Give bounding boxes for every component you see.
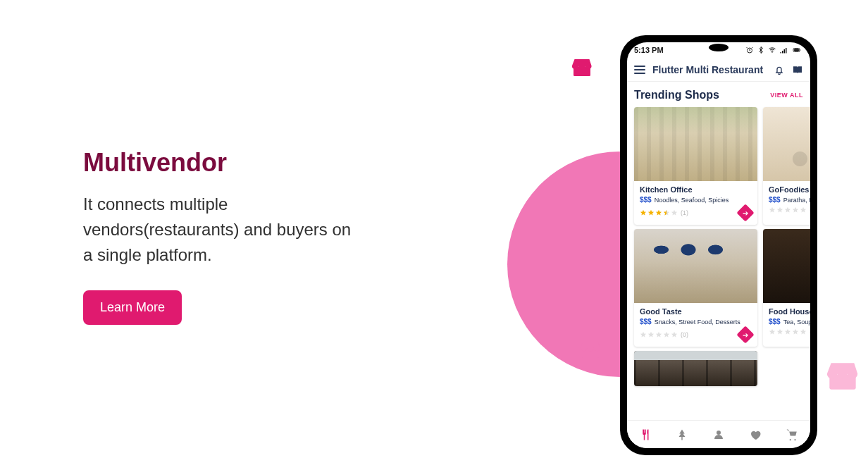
price-tier: $$$ — [769, 318, 781, 326]
learn-more-button[interactable]: Learn More — [83, 290, 182, 325]
section-title: Trending Shops — [634, 89, 719, 101]
shop-name: Food House — [769, 307, 810, 316]
review-count: (0) — [810, 206, 810, 214]
price-tier: $$$ — [769, 196, 781, 204]
shop-card[interactable]: Food House $$$ Tea, Soup, Salad (0) — [763, 229, 810, 347]
nav-restaurants-icon[interactable] — [639, 428, 652, 441]
menu-book-icon[interactable] — [792, 64, 803, 75]
camera-notch — [709, 44, 728, 51]
shop-image — [763, 107, 810, 181]
nav-categories-icon[interactable] — [676, 428, 688, 441]
shop-categories: Tea, Soup, Salad — [783, 319, 810, 326]
shop-image — [763, 229, 810, 303]
price-tier: $$$ — [640, 196, 652, 204]
shop-name: Good Taste — [640, 307, 752, 316]
directions-icon[interactable]: ➔ — [736, 326, 754, 343]
shop-name: GoFoodies — [769, 185, 810, 194]
review-count: (0) — [810, 328, 810, 335]
shop-card[interactable] — [634, 351, 757, 386]
bottom-nav — [627, 420, 810, 448]
status-time: 5:13 PM — [634, 46, 664, 54]
app-title: Flutter Multi Restaurant — [652, 64, 767, 75]
shop-categories: Snacks, Street Food, Desserts — [655, 319, 740, 326]
review-count: (1) — [681, 209, 688, 216]
shop-categories: Noodles, Seafood, Spicies — [655, 197, 729, 204]
shop-categories: Paratha, Healthy Drink, Soft-Dr — [783, 197, 810, 204]
rating-stars: (0) — [769, 206, 810, 214]
phone-mockup: 5:13 PM Flutter Multi Restaurant Trendin… — [620, 35, 817, 455]
signal-icon — [779, 46, 788, 54]
bluetooth-icon — [757, 46, 765, 54]
shop-image — [634, 107, 757, 181]
rating-stars: (0) — [640, 331, 688, 338]
shop-icon — [569, 55, 595, 80]
app-header: Flutter Multi Restaurant — [627, 58, 810, 82]
shop-name: Kitchen Office — [640, 185, 752, 194]
battery-icon — [790, 46, 803, 54]
nav-profile-icon[interactable] — [712, 428, 725, 441]
notification-bell-icon[interactable] — [774, 64, 785, 75]
shop-card[interactable]: Good Taste $$$ Snacks, Street Food, Dess… — [634, 229, 757, 347]
shop-icon — [578, 337, 603, 362]
shop-icon — [823, 357, 862, 396]
alarm-icon — [745, 46, 754, 54]
view-all-link[interactable]: VIEW ALL — [770, 92, 803, 99]
hamburger-menu-icon[interactable] — [634, 66, 645, 74]
shop-image — [634, 351, 757, 386]
rating-stars: (1) — [640, 209, 688, 216]
review-count: (0) — [681, 331, 688, 338]
wifi-icon — [768, 46, 776, 54]
shop-card[interactable]: GoFoodies $$$ Paratha, Healthy Drink, So… — [763, 107, 810, 225]
hero-description: It connects multiple vendors(restaurants… — [83, 192, 358, 268]
directions-icon[interactable]: ➔ — [736, 204, 754, 221]
price-tier: $$$ — [640, 318, 652, 326]
nav-favorites-icon[interactable] — [749, 428, 762, 441]
shop-image — [634, 229, 757, 303]
rating-stars: (0) — [769, 328, 810, 335]
shop-card[interactable]: Kitchen Office $$$ Noodles, Seafood, Spi… — [634, 107, 757, 225]
nav-cart-icon[interactable] — [786, 428, 798, 441]
hero-heading: Multivendor — [83, 148, 358, 178]
